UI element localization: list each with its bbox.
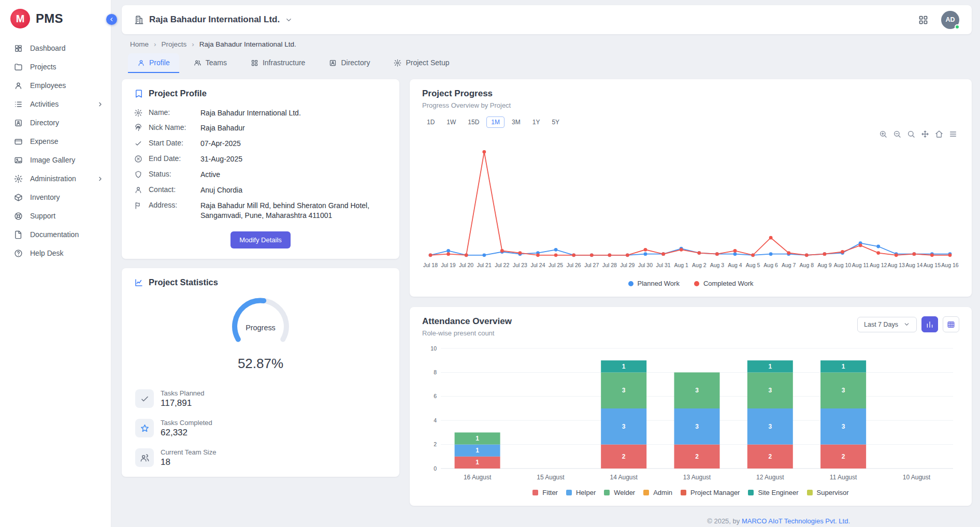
attendance-range-select[interactable]: Last 7 Days [857,317,917,332]
svg-text:Jul 27: Jul 27 [584,262,599,268]
sidebar-item-administration[interactable]: Administration [0,169,111,188]
legend-admin[interactable]: Admin [643,489,672,496]
pan-button[interactable] [921,130,929,138]
stats-list: Tasks Planned117,891Tasks Completed62,33… [134,389,387,467]
legend-project-manager[interactable]: Project Manager [681,489,740,496]
menu-icon [949,130,957,138]
legend-planned-work[interactable]: Planned Work [628,280,680,287]
avatar[interactable]: AD [941,11,959,29]
users-icon [194,59,201,67]
profile-field-contact: Contact:Anuj Chordia [134,182,387,198]
zoom-in-button[interactable] [879,130,887,138]
tab-project-setup[interactable]: Project Setup [384,53,458,73]
svg-text:16 August: 16 August [464,474,492,481]
tab-directory[interactable]: Directory [320,53,379,73]
legend-label: Site Engineer [758,489,798,496]
sidebar-item-label: Administration [30,174,76,183]
svg-text:2: 2 [842,453,845,460]
end-date-icon [134,155,142,163]
building-icon [134,15,144,25]
stat-label: Tasks Planned [161,389,205,397]
svg-text:1: 1 [842,363,845,370]
stat-current-team-size: Current Team Size18 [135,448,387,467]
chevron-down-icon [903,321,910,328]
sidebar-item-expense[interactable]: Expense [0,132,111,151]
sidebar-item-documentation[interactable]: Documentation [0,225,111,244]
breadcrumb-projects[interactable]: Projects [162,40,187,48]
legend-site-engineer[interactable]: Site Engineer [748,489,798,496]
legend-helper[interactable]: Helper [566,489,596,496]
sidebar-item-support[interactable]: Support [0,207,111,225]
svg-text:3: 3 [768,387,772,394]
apps-button[interactable] [917,13,930,26]
home-button[interactable] [935,130,943,138]
svg-text:13 August: 13 August [683,474,711,481]
sidebar-collapse-button[interactable] [106,14,117,25]
svg-text:10 August: 10 August [903,474,931,481]
sidebar-item-label: Projects [30,63,56,71]
progress-line-chart[interactable]: Jul 18Jul 19Jul 20Jul 21Jul 22Jul 23Jul … [422,131,959,277]
legend-completed-work[interactable]: Completed Work [694,280,754,287]
range-5y-button[interactable]: 5Y [547,116,564,128]
chart-view-button[interactable] [921,316,938,332]
app-name: PMS [36,11,63,26]
svg-text:Jul 25: Jul 25 [549,262,563,268]
footer-link[interactable]: MARCO AIoT Technologies Pvt. Ltd. [742,517,850,525]
tab-teams[interactable]: Teams [184,53,236,73]
sidebar-item-inventory[interactable]: Inventory [0,188,111,207]
zoom-out-button[interactable] [893,130,901,138]
tab-infrastructure[interactable]: Infrastructure [241,53,314,73]
app-logo[interactable]: M PMS [0,0,111,36]
sidebar-item-projects[interactable]: Projects [0,57,111,76]
menu-button[interactable] [949,130,957,138]
tab-profile[interactable]: Profile [128,53,179,73]
svg-text:Jul 29: Jul 29 [620,262,635,268]
attendance-overview-card: Attendance Overview Role-wise present co… [410,307,972,506]
range-15d-button[interactable]: 15D [463,116,484,128]
sidebar-item-image-gallery[interactable]: Image Gallery [0,151,111,169]
sidebar-item-label: Support [30,212,55,220]
range-1w-button[interactable]: 1W [442,116,460,128]
svg-text:Aug 16: Aug 16 [941,262,958,268]
badge-icon [329,59,337,67]
sidebar-item-dashboard[interactable]: Dashboard [0,39,111,57]
svg-text:1: 1 [475,447,479,454]
legend-label: Planned Work [638,280,680,287]
star-icon [140,423,150,433]
legend-supervisor[interactable]: Supervisor [807,489,849,496]
svg-text:1: 1 [475,459,479,466]
breadcrumb: Home›Projects›Raja Bahadur International… [122,34,972,51]
attendance-bar-chart[interactable]: 024681016 August11115 August14 August233… [422,341,959,486]
progress-percentage: 52.87% [134,356,387,372]
time-range-buttons: 1D1W15D1M3M1Y5Y [422,116,959,128]
sidebar-item-employees[interactable]: Employees [0,76,111,95]
stat-tasks-planned: Tasks Planned117,891 [135,389,387,408]
sidebar-item-activities[interactable]: Activities [0,95,111,113]
breadcrumb-home[interactable]: Home [130,40,149,48]
range-1y-button[interactable]: 1Y [528,116,545,128]
modify-details-button[interactable]: Modify Details [230,231,291,248]
sidebar-item-directory[interactable]: Directory [0,113,111,132]
range-1m-button[interactable]: 1M [486,116,505,128]
svg-text:2: 2 [622,453,626,460]
field-value: Raja Bahadur [200,123,245,133]
sidebar-item-help-desk[interactable]: Help Desk [0,244,111,262]
range-1d-button[interactable]: 1D [422,116,439,128]
company-selector[interactable]: Raja Bahadur International Ltd. [134,14,293,25]
check-icon [140,394,150,404]
tab-label: Infrastructure [263,58,305,67]
legend-label: Admin [653,489,672,496]
legend-fitter[interactable]: Fitter [532,489,558,496]
zoom-box-button[interactable] [907,130,915,138]
right-column: Project Progress Progress Overview by Pr… [410,79,972,527]
legend-welder[interactable]: Welder [604,489,635,496]
svg-text:Aug 11: Aug 11 [852,262,869,268]
company-name: Raja Bahadur International Ltd. [149,14,280,25]
table-view-button[interactable] [943,316,959,332]
stat-label: Current Team Size [161,448,216,456]
user-icon [14,81,23,90]
range-3m-button[interactable]: 3M [507,116,525,128]
field-label: Start Date: [149,139,194,147]
legend-label: Helper [576,489,596,496]
attendance-controls: Last 7 Days [857,316,959,332]
